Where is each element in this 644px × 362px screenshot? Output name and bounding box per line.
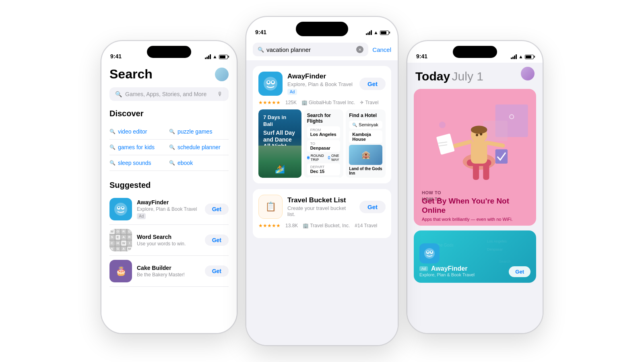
hotel-title: Find a Hotel <box>349 113 382 118</box>
wifi-icon-center: ▲ <box>374 30 378 35</box>
ws-grid: W O R D S E A R C H W I <box>109 229 132 251</box>
oneway-label: ONE WAY <box>331 154 340 162</box>
today-title-group: Today July 1 <box>415 70 483 83</box>
discover-item-6[interactable]: 🔍 ebook <box>169 155 229 171</box>
discover-item-2[interactable]: 🔍 puzzle games <box>169 124 229 140</box>
svg-text:Search: Search <box>499 259 511 263</box>
cakebuilder-name: Cake Builder <box>137 265 200 271</box>
search-results-page: 🔍 vacation planner ✕ Cancel <box>246 39 398 345</box>
discover-section: Discover 🔍 video editor 🔍 puzzle games 🔍 <box>109 109 229 171</box>
svg-point-8 <box>268 81 270 83</box>
get-btn-bucket[interactable]: Get <box>359 201 386 213</box>
svg-point-5 <box>264 77 277 90</box>
svg-text:Denpasar: Denpasar <box>487 247 503 251</box>
mic-icon[interactable]: 🎙 <box>217 91 223 97</box>
get-btn-wordsearch[interactable]: Get <box>205 234 229 246</box>
developer-bucket: 🏢 Travel Bucket, Inc. <box>303 223 350 228</box>
search-query: vacation planner <box>266 46 354 53</box>
svg-text:Los Angeles: Los Angeles <box>487 239 507 243</box>
user-avatar-left[interactable] <box>215 68 229 81</box>
bucket-name: Travel Bucket List <box>287 196 355 204</box>
bali-screenshot: 7 Days in Bali Surf All Day and Dance Al… <box>258 109 301 178</box>
to-value: Denpasar <box>310 146 337 150</box>
hotel-name-1: Kamboja House <box>349 130 382 143</box>
teal-get-btn[interactable]: Get <box>509 266 530 277</box>
wordsearch-icon-left: W O R D S E A R C H W I <box>109 229 132 251</box>
discover-item-3[interactable]: 🔍 games for kids <box>109 140 169 155</box>
teal-card[interactable]: Land of the Gods Inn Los Angeles Denpasa… <box>414 230 536 283</box>
ad-app-header: AwayFinder Explore, Plan & Book Travel A… <box>258 72 386 96</box>
discover-label: Discover <box>109 109 229 118</box>
awayfinder-desc-center: Explore, Plan & Book Travel <box>287 81 355 87</box>
clear-search-btn[interactable]: ✕ <box>356 46 363 53</box>
bucket-app-header: 📋 Travel Bucket List Create your travel … <box>258 195 386 219</box>
suggested-section: Suggested <box>109 181 229 287</box>
search-dot-2: 🔍 <box>169 129 175 134</box>
awayfinder-info-center: AwayFinder Explore, Plan & Book Travel A… <box>287 72 355 95</box>
category-awayfinder: ✈ Travel <box>360 100 378 105</box>
discover-item-5[interactable]: 🔍 sleep sounds <box>109 155 169 171</box>
search-dot-5: 🔍 <box>109 160 116 166</box>
user-avatar-right[interactable] <box>521 67 535 80</box>
svg-point-37 <box>427 251 429 253</box>
pink-card: HOW TO HOW TO Get By When You're Not Onl… <box>414 89 536 226</box>
get-btn-cakebuilder[interactable]: Get <box>205 265 229 277</box>
today-page: Today July 1 <box>407 63 543 333</box>
search-page-title: Search <box>109 67 153 82</box>
search-dot-4: 🔍 <box>169 144 175 150</box>
today-title-row: Today July 1 <box>415 67 535 83</box>
battery-icon-right <box>525 55 534 59</box>
depart-value: Dec 15 <box>310 169 337 174</box>
svg-point-28 <box>439 121 446 128</box>
teal-app-name: AwayFinder <box>431 265 467 272</box>
stars-awayfinder: ★★★★★ <box>258 100 281 105</box>
to-label: TO <box>310 142 337 146</box>
battery-icon-left <box>219 55 228 59</box>
hotel-search-value: Seminyak <box>359 122 378 127</box>
teal-card-content: Ad AwayFinder Explore, Plan & Book Trave… <box>419 243 475 277</box>
wordsearch-name: Word Search <box>137 234 200 240</box>
roundtrip-label: ROUND TRIP <box>311 154 325 162</box>
ad-badge-left-1: Ad <box>137 213 146 219</box>
cakebuilder-icon: 🎂 <box>109 260 132 282</box>
from-field: FROM Los Angeles <box>307 126 341 138</box>
svg-rect-19 <box>452 139 473 148</box>
suggested-app-2[interactable]: W O R D S E A R C H W I <box>109 225 229 256</box>
ad-card-awayfinder: AwayFinder Explore, Plan & Book Travel A… <box>253 66 391 183</box>
stars-bucket: ★★★★★ <box>258 223 281 228</box>
suggested-app-3[interactable]: 🎂 Cake Builder Be the Bakery Master! Get <box>109 256 229 287</box>
get-btn-awayfinder-left[interactable]: Get <box>205 204 229 215</box>
dynamic-island-right <box>453 46 497 58</box>
roundtrip-radio <box>307 156 310 159</box>
oneway-radio <box>328 156 330 159</box>
get-btn-awayfinder-center[interactable]: Get <box>359 78 386 90</box>
howto-subtitle: Apps that work brilliantly — even with n… <box>422 217 528 222</box>
discover-label-6: ebook <box>178 160 193 166</box>
search-dot-3: 🔍 <box>109 144 116 150</box>
svg-point-25 <box>476 134 478 136</box>
flights-title: Search for Flights <box>307 113 341 124</box>
wordsearch-desc: Use your words to win. <box>137 241 200 247</box>
svg-point-26 <box>480 133 482 136</box>
discover-item-1[interactable]: 🔍 video editor <box>109 124 169 140</box>
time-center: 9:41 <box>255 29 266 35</box>
svg-point-18 <box>471 125 487 134</box>
svg-rect-15 <box>483 164 489 180</box>
surfer-icon: 🏄 <box>275 164 285 174</box>
bali-card-title: 7 Days in Bali <box>263 114 297 128</box>
suggested-app-1[interactable]: AwayFinder Explore, Plan & Book Travel A… <box>109 194 229 225</box>
cancel-btn[interactable]: Cancel <box>372 46 391 53</box>
trip-type: ROUND TRIP ONE WAY <box>307 154 341 162</box>
center-phone-content: 🔍 vacation planner ✕ Cancel <box>246 39 398 345</box>
search-input-bar[interactable]: 🔍 vacation planner ✕ <box>253 43 368 56</box>
search-title-row: Search <box>109 67 229 82</box>
search-icon-center: 🔍 <box>258 47 264 53</box>
awayfinder-desc-left: Explore, Plan & Book Travel <box>137 206 200 212</box>
search-bar-left[interactable]: 🔍 Games, Apps, Stories, and More 🎙 <box>109 87 229 101</box>
discover-item-4[interactable]: 🔍 schedule planner <box>169 140 229 155</box>
today-main-card[interactable]: HOW TO HOW TO Get By When You're Not Onl… <box>414 89 536 226</box>
svg-point-34 <box>424 248 435 259</box>
roundtrip-option: ROUND TRIP <box>307 154 325 162</box>
svg-point-9 <box>272 81 274 83</box>
hotel-search-field: 🔍 Seminyak <box>349 121 382 129</box>
